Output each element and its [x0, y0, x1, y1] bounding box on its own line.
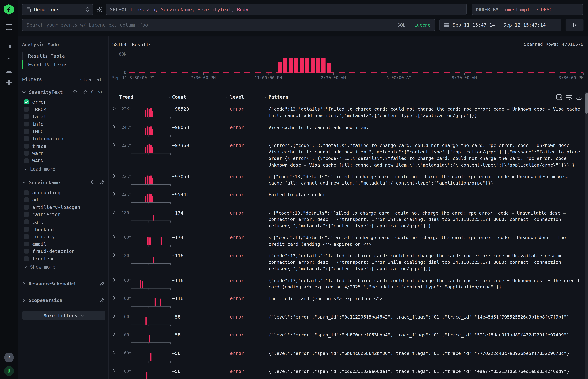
table-row[interactable]: 22K~98523error{"code":13,"details":"fail…: [112, 103, 588, 121]
vertical-scrollbar[interactable]: [585, 92, 588, 379]
nav-search-logs-icon[interactable]: [5, 43, 13, 50]
pattern-text[interactable]: {"code":13,"details":"failed to charge c…: [268, 105, 582, 119]
pattern-text[interactable]: {"code":13,"details":"failed to charge c…: [268, 277, 582, 290]
filter-item-artillery-loadgen[interactable]: artillery-loadgen: [22, 204, 105, 211]
pin-icon[interactable]: [100, 180, 105, 185]
filter-item-fatal[interactable]: fatal: [22, 113, 105, 120]
load-more-button[interactable]: Show more: [22, 263, 105, 270]
row-expander-button[interactable]: [112, 235, 119, 239]
table-row[interactable]: 22K~95441errorFailed to place order: [112, 189, 588, 207]
filter-group-header[interactable]: ScopeVersion: [22, 297, 105, 304]
filter-item-currency[interactable]: currency: [22, 233, 105, 240]
table-row[interactable]: 60~58error{"level":"error","span_id":"6b…: [112, 347, 588, 365]
filter-item-error[interactable]: error: [22, 98, 105, 106]
source-settings-button[interactable]: [95, 6, 103, 13]
filter-item-trace[interactable]: trace: [22, 142, 105, 150]
checkbox[interactable]: [24, 129, 29, 134]
filter-item-info[interactable]: info: [22, 120, 105, 128]
row-expander-button[interactable]: [112, 125, 119, 128]
filter-item-fraud-detection[interactable]: fraud-detection: [22, 248, 105, 255]
column-header-trend[interactable]: Trend: [119, 94, 172, 103]
row-expander-button[interactable]: [112, 253, 119, 257]
sidebar-item-results-table[interactable]: Results Table: [22, 52, 105, 60]
histogram-bar[interactable]: [305, 58, 309, 73]
checkbox[interactable]: [24, 205, 29, 209]
table-row[interactable]: 22K~97069error×{"code":13,"details":"fai…: [112, 171, 588, 189]
code-view-icon[interactable]: [556, 94, 562, 100]
pattern-text[interactable]: ×{"code":13,"details":"failed to charge …: [268, 234, 582, 248]
filter-item-info[interactable]: INFO: [22, 128, 105, 135]
table-row[interactable]: 24K~98058errorVisa cache full: cannot ad…: [112, 121, 588, 140]
user-avatar[interactable]: U: [4, 366, 14, 376]
checkbox[interactable]: [24, 227, 29, 232]
row-expander-button[interactable]: [112, 296, 119, 300]
checkbox[interactable]: [24, 256, 29, 261]
select-query-input[interactable]: SELECT Timestamp, ServiceName, SeverityT…: [106, 4, 467, 15]
filter-group-header[interactable]: ResourceSchemaUrl: [22, 280, 105, 287]
row-expander-button[interactable]: [112, 174, 119, 178]
row-expander-button[interactable]: [112, 210, 119, 214]
clear-all-button[interactable]: Clear all: [80, 77, 105, 82]
mode-sql-toggle[interactable]: SQL: [397, 22, 406, 28]
column-header-count[interactable]: Count: [172, 94, 230, 103]
source-select[interactable]: Demo Logs: [22, 4, 93, 15]
pattern-text[interactable]: Failed to place order: [268, 191, 582, 198]
row-expander-button[interactable]: [112, 332, 119, 336]
chevron-down-icon[interactable]: [22, 181, 26, 184]
table-row[interactable]: 60~116error{"code":13,"details":"failed …: [112, 274, 588, 293]
help-button[interactable]: ?: [4, 353, 14, 363]
filter-item-cart[interactable]: cart: [22, 218, 105, 226]
table-row[interactable]: 120~116error{"code":13,"details":"failed…: [112, 250, 588, 274]
column-header-level[interactable]: level: [230, 94, 268, 103]
chevron-right-icon[interactable]: [22, 299, 25, 302]
row-expander-button[interactable]: [112, 192, 119, 196]
filter-item-information[interactable]: Information: [22, 135, 105, 142]
order-by-input[interactable]: ORDER BY TimestampTime DESC: [472, 4, 583, 15]
pattern-text[interactable]: ×{"code":13,"details":"failed to charge …: [268, 173, 582, 187]
histogram-bar[interactable]: [278, 62, 282, 73]
table-row[interactable]: 60~116errorThe credit card (ending <*> e…: [112, 293, 588, 311]
time-range-picker[interactable]: Sep 11 15:47:14 - Sep 12 15:47:14: [439, 19, 561, 31]
filter-item-warn[interactable]: warn: [22, 150, 105, 157]
search-icon[interactable]: [91, 180, 95, 185]
excluded-marker-icon[interactable]: ×: [268, 235, 271, 240]
filter-item-checkout[interactable]: checkout: [22, 226, 105, 233]
sidebar-item-event-patterns[interactable]: Event Patterns: [22, 60, 105, 69]
download-icon[interactable]: [576, 94, 582, 100]
histogram-bar[interactable]: [322, 58, 325, 73]
checkbox[interactable]: [24, 151, 29, 156]
filter-item-email[interactable]: email: [22, 240, 105, 248]
checkbox[interactable]: [24, 249, 29, 254]
nav-dashboards-icon[interactable]: [5, 79, 13, 86]
row-expander-button[interactable]: [112, 314, 119, 318]
table-row[interactable]: 22K~97360error{"error":{"code":13,"detai…: [112, 140, 588, 171]
checkbox[interactable]: [24, 212, 29, 217]
chevron-down-icon[interactable]: [22, 90, 26, 94]
row-expander-button[interactable]: [112, 351, 119, 354]
checkbox[interactable]: [24, 107, 29, 112]
results-histogram[interactable]: 80K 0 Sep 11 3:30:00 PM7:30:00 PM11:00:0…: [112, 51, 588, 83]
checkbox[interactable]: [24, 190, 29, 195]
checkbox[interactable]: [24, 144, 29, 148]
filter-item-accounting[interactable]: accounting: [22, 189, 105, 196]
checkbox[interactable]: [24, 241, 29, 246]
more-filters-button[interactable]: More filters: [22, 312, 105, 320]
search-input[interactable]: Search your events w/ Lucene ex. column:…: [22, 19, 435, 31]
run-query-button[interactable]: [566, 19, 584, 31]
load-more-button[interactable]: Load more: [22, 165, 105, 173]
histogram-bar[interactable]: [316, 58, 320, 73]
nav-chart-icon[interactable]: [5, 55, 13, 62]
pin-icon[interactable]: [100, 281, 105, 286]
row-expander-button[interactable]: [112, 369, 119, 373]
filter-item-warn[interactable]: WARN: [22, 157, 105, 164]
checkbox-checked[interactable]: [24, 99, 29, 104]
histogram-bar[interactable]: [300, 58, 304, 73]
table-row[interactable]: 60~58error{"level":"error","span_id":"cd…: [112, 365, 588, 379]
filter-group-header[interactable]: ServiceName: [22, 179, 105, 186]
pattern-text[interactable]: {"error":{"code":13,"details":"failed to…: [268, 142, 582, 169]
checkbox[interactable]: [24, 114, 29, 119]
scrollbar-thumb[interactable]: [585, 93, 588, 114]
table-row[interactable]: 60~174error×{"code":13,"details":"failed…: [112, 232, 588, 250]
filter-item-frontend[interactable]: frontend: [22, 255, 105, 262]
checkbox[interactable]: [24, 158, 29, 163]
